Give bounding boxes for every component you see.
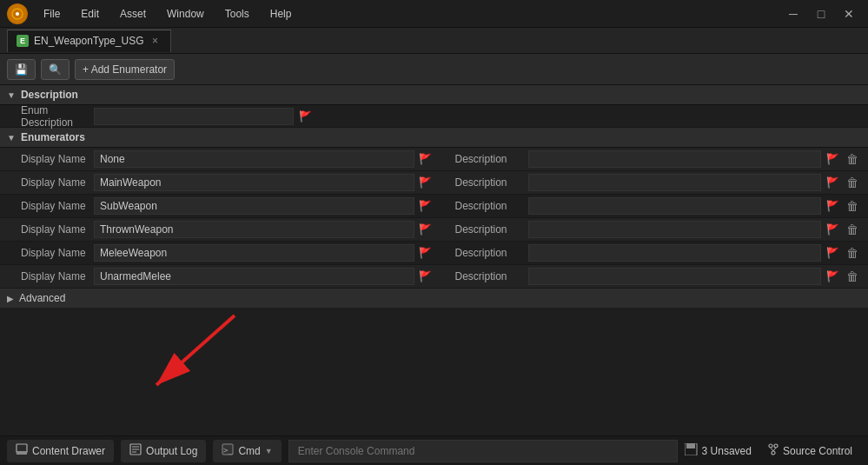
menu-tools[interactable]: Tools	[216, 4, 258, 23]
display-name-label-3: Display Name	[7, 223, 94, 236]
output-log-label: Output Log	[146, 445, 197, 457]
menu-edit[interactable]: Edit	[72, 4, 108, 23]
display-name-flag-0[interactable]: 🚩	[417, 150, 434, 168]
delete-row-2[interactable]: 🗑	[844, 197, 861, 215]
browse-icon: 🔍	[49, 63, 62, 76]
menu-help[interactable]: Help	[262, 4, 301, 23]
status-right: 3 Unsaved Source Control	[685, 440, 861, 462]
display-name-flag-4[interactable]: 🚩	[417, 244, 434, 262]
enum-description-label: Enum Description	[7, 104, 94, 129]
svg-rect-5	[17, 451, 27, 455]
delete-row-3[interactable]: 🗑	[844, 221, 861, 238]
display-name-input-0[interactable]	[94, 150, 414, 168]
cmd-button[interactable]: >_ Cmd ▼	[213, 440, 281, 462]
delete-row-1[interactable]: 🗑	[844, 174, 861, 191]
minimize-button[interactable]: ─	[781, 5, 805, 23]
source-control-label: Source Control	[783, 445, 852, 457]
description-label-1: Description	[441, 176, 528, 189]
cmd-chevron-icon: ▼	[265, 447, 273, 455]
description-flag-3[interactable]: 🚩	[824, 221, 841, 238]
enumerator-row-1: Display Name 🚩 Description 🚩 🗑	[0, 171, 868, 195]
menu-file[interactable]: File	[35, 4, 69, 23]
maximize-button[interactable]: □	[809, 5, 833, 23]
description-input-0[interactable]	[528, 150, 822, 168]
menu-window[interactable]: Window	[158, 4, 213, 23]
svg-rect-13	[686, 443, 695, 448]
description-input-3[interactable]	[528, 221, 822, 238]
display-name-label-1: Display Name	[7, 176, 94, 189]
content-drawer-button[interactable]: Content Drawer	[7, 440, 114, 462]
add-enumerator-button[interactable]: + Add Enumerator	[75, 59, 175, 80]
description-input-1[interactable]	[528, 174, 822, 191]
display-name-input-3[interactable]	[94, 221, 414, 238]
advanced-section[interactable]: ▶ Advanced	[0, 289, 868, 308]
source-control-button[interactable]: Source Control	[759, 440, 861, 462]
tab-bar: E EN_WeaponType_USG ×	[0, 28, 868, 54]
svg-point-2	[16, 12, 19, 16]
output-log-button[interactable]: Output Log	[121, 440, 206, 462]
description-collapse-icon: ▼	[7, 90, 16, 100]
display-name-input-2[interactable]	[94, 197, 414, 215]
browse-button[interactable]: 🔍	[41, 59, 70, 80]
enumerators-section-label: Enumerators	[21, 131, 85, 143]
enum-description-input[interactable]	[94, 108, 294, 125]
output-log-icon	[129, 443, 142, 458]
display-name-input-4[interactable]	[94, 244, 414, 262]
console-command-input[interactable]	[288, 440, 678, 462]
tab-close-icon[interactable]: ×	[149, 35, 162, 47]
svg-text:>_: >_	[223, 446, 233, 455]
display-name-flag-1[interactable]: 🚩	[417, 174, 434, 191]
description-flag-1[interactable]: 🚩	[824, 174, 841, 191]
content-drawer-icon	[16, 443, 28, 458]
description-label-3: Description	[441, 223, 528, 236]
menu-asset[interactable]: Asset	[111, 4, 155, 23]
delete-row-4[interactable]: 🗑	[844, 244, 861, 262]
display-name-input-1[interactable]	[94, 174, 414, 191]
display-name-input-5[interactable]	[94, 268, 414, 285]
description-label-5: Description	[441, 270, 528, 282]
delete-row-0[interactable]: 🗑	[844, 150, 861, 168]
unsaved-icon	[685, 443, 699, 458]
display-name-flag-5[interactable]: 🚩	[417, 268, 434, 285]
menu-bar: File Edit Asset Window Tools Help	[35, 4, 781, 23]
enumerator-row-0: Display Name 🚩 Description 🚩 🗑	[0, 148, 868, 171]
description-input-4[interactable]	[528, 244, 822, 262]
close-button[interactable]: ✕	[837, 5, 861, 23]
title-bar: File Edit Asset Window Tools Help ─ □ ✕	[0, 0, 868, 28]
unsaved-badge: 3 Unsaved	[685, 443, 752, 458]
toolbar: 💾 🔍 + Add Enumerator	[0, 54, 868, 85]
description-input-5[interactable]	[528, 268, 822, 285]
window-controls: ─ □ ✕	[781, 5, 861, 23]
description-label-2: Description	[441, 200, 528, 212]
main-content: ▼ Description Enum Description 🚩 ▼ Enume…	[0, 85, 868, 435]
description-flag-4[interactable]: 🚩	[824, 244, 841, 262]
description-section-header[interactable]: ▼ Description	[0, 85, 868, 105]
description-section-label: Description	[21, 89, 78, 101]
enum-description-row: Enum Description 🚩	[0, 105, 868, 128]
display-name-flag-2[interactable]: 🚩	[417, 197, 434, 215]
annotation-arrow	[104, 298, 278, 411]
display-name-flag-3[interactable]: 🚩	[417, 221, 434, 238]
cmd-label: Cmd	[238, 445, 260, 457]
enum-description-flag-icon[interactable]: 🚩	[296, 108, 314, 125]
delete-row-5[interactable]: 🗑	[844, 268, 861, 285]
display-name-label-2: Display Name	[7, 200, 94, 212]
tab-en-weapontype[interactable]: E EN_WeaponType_USG ×	[7, 30, 171, 52]
description-flag-0[interactable]: 🚩	[824, 150, 841, 168]
tab-label: EN_WeaponType_USG	[34, 35, 144, 47]
svg-point-15	[774, 444, 778, 448]
save-button[interactable]: 💾	[7, 59, 36, 80]
description-label-4: Description	[441, 247, 528, 259]
description-flag-2[interactable]: 🚩	[824, 197, 841, 215]
svg-point-16	[772, 451, 775, 455]
description-input-2[interactable]	[528, 197, 822, 215]
svg-point-14	[769, 444, 772, 448]
display-name-label-5: Display Name	[7, 270, 94, 282]
app-icon	[7, 3, 28, 24]
cmd-icon: >_	[222, 443, 234, 458]
advanced-label: Advanced	[19, 292, 65, 304]
enumerators-section-header[interactable]: ▼ Enumerators	[0, 128, 868, 148]
description-flag-5[interactable]: 🚩	[824, 268, 841, 285]
tab-icon: E	[17, 35, 29, 47]
enumerator-row-4: Display Name 🚩 Description 🚩 🗑	[0, 242, 868, 265]
